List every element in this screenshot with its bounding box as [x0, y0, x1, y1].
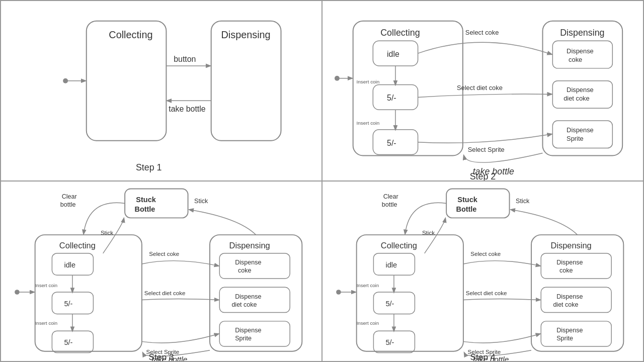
svg-text:Stick: Stick	[422, 230, 435, 236]
svg-text:Collecting: Collecting	[381, 241, 417, 250]
svg-text:Dispensing: Dispensing	[551, 241, 592, 250]
svg-text:bottle: bottle	[60, 201, 76, 208]
svg-text:Insert coin: Insert coin	[35, 283, 57, 288]
svg-rect-82	[357, 235, 463, 351]
svg-rect-45	[35, 235, 142, 351]
svg-rect-39	[125, 189, 188, 218]
svg-text:take bottle: take bottle	[169, 105, 205, 113]
svg-text:Select Sprite: Select Sprite	[468, 146, 505, 153]
svg-text:Clear: Clear	[62, 193, 77, 200]
collecting-label: Collecting	[109, 29, 152, 40]
svg-text:5/-: 5/-	[386, 300, 394, 308]
svg-text:diet coke: diet coke	[564, 95, 590, 102]
svg-text:Dispense: Dispense	[235, 259, 261, 266]
svg-text:5/-: 5/-	[387, 94, 396, 102]
svg-text:Dispense: Dispense	[567, 47, 594, 55]
svg-text:Dispense: Dispense	[556, 259, 583, 266]
svg-text:Stick: Stick	[516, 198, 530, 205]
svg-text:Step 3: Step 3	[148, 352, 174, 361]
svg-text:Select diet coke: Select diet coke	[457, 84, 503, 92]
svg-text:5/-: 5/-	[64, 300, 73, 308]
svg-point-3	[63, 78, 68, 83]
svg-text:idle: idle	[387, 50, 399, 58]
svg-text:Collecting: Collecting	[59, 241, 96, 250]
svg-text:5/-: 5/-	[387, 139, 396, 147]
svg-text:Insert coin: Insert coin	[357, 79, 380, 84]
svg-text:Insert coin: Insert coin	[357, 283, 379, 288]
svg-text:Collecting: Collecting	[380, 28, 420, 38]
svg-text:coke: coke	[569, 56, 582, 63]
svg-text:Dispense: Dispense	[567, 126, 594, 134]
svg-text:Select coke: Select coke	[149, 251, 179, 257]
svg-text:Stuck: Stuck	[136, 196, 156, 204]
diagram-grid: Collecting Dispensing button take bottle…	[0, 0, 644, 362]
svg-text:Bottle: Bottle	[456, 205, 476, 213]
svg-text:Stick: Stick	[194, 198, 208, 205]
svg-text:Insert coin: Insert coin	[35, 320, 57, 326]
svg-text:Dispense: Dispense	[235, 327, 261, 334]
svg-text:Step 4: Step 4	[470, 352, 496, 361]
step2-cell: Collecting idle Insert coin 5/- Insert c…	[322, 1, 643, 181]
svg-text:Dispensing: Dispensing	[229, 241, 270, 250]
svg-text:button: button	[174, 55, 196, 63]
svg-text:Stick: Stick	[101, 230, 113, 236]
step1-cell: Collecting Dispensing button take bottle…	[1, 1, 322, 181]
svg-rect-76	[446, 189, 509, 218]
svg-point-22	[335, 76, 340, 81]
svg-point-95	[336, 290, 341, 295]
svg-text:diet coke: diet coke	[231, 301, 257, 308]
svg-text:Dispense: Dispense	[235, 293, 261, 300]
svg-text:Dispense: Dispense	[556, 293, 583, 300]
svg-text:coke: coke	[238, 267, 252, 274]
svg-text:bottle: bottle	[382, 201, 397, 208]
svg-text:Step 2: Step 2	[470, 171, 496, 180]
svg-text:idle: idle	[64, 261, 76, 269]
svg-text:Dispense: Dispense	[556, 327, 583, 334]
svg-text:Insert coin: Insert coin	[357, 320, 379, 326]
svg-text:Insert coin: Insert coin	[357, 120, 380, 126]
svg-text:Sprite: Sprite	[235, 335, 252, 342]
svg-text:Step 1: Step 1	[136, 162, 162, 172]
svg-point-58	[15, 290, 20, 295]
svg-text:Select coke: Select coke	[465, 29, 499, 36]
step4-cell: Stuck Bottle Clear bottle Stick Collecti…	[322, 181, 643, 361]
dispensing-label: Dispensing	[221, 29, 270, 40]
svg-text:coke: coke	[559, 267, 573, 274]
svg-text:5/-: 5/-	[64, 338, 73, 346]
svg-text:Bottle: Bottle	[134, 205, 155, 213]
svg-text:Sprite: Sprite	[556, 335, 573, 342]
svg-text:Dispensing: Dispensing	[560, 28, 604, 38]
svg-text:5/-: 5/-	[386, 338, 394, 346]
svg-text:Stuck: Stuck	[457, 196, 477, 204]
svg-text:diet coke: diet coke	[553, 301, 578, 308]
svg-text:Sprite: Sprite	[567, 135, 584, 142]
svg-text:idle: idle	[386, 261, 397, 269]
svg-text:Clear: Clear	[383, 193, 398, 200]
step3-cell: Stuck Bottle Clear bottle Stick Collecti…	[1, 181, 322, 361]
svg-text:Dispense: Dispense	[567, 86, 594, 94]
svg-text:Select diet coke: Select diet coke	[144, 290, 186, 296]
svg-text:Select coke: Select coke	[470, 251, 501, 257]
svg-text:Select diet coke: Select diet coke	[466, 290, 507, 296]
